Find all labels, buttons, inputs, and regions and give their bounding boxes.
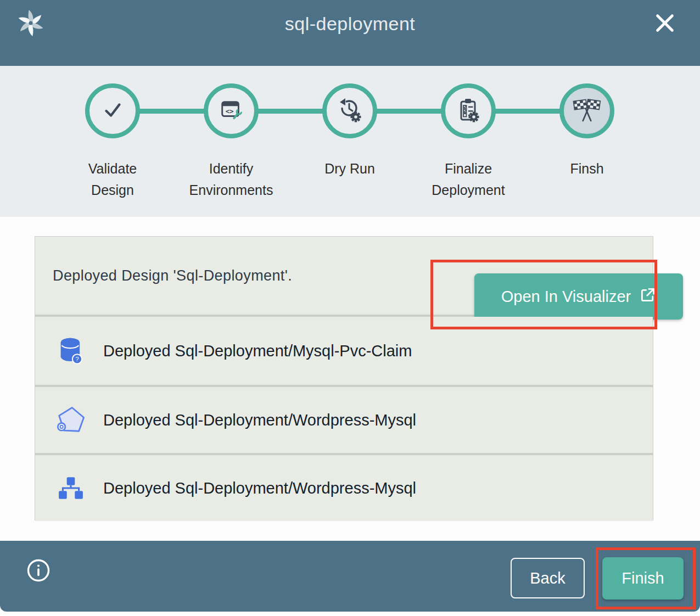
database-icon: ? (55, 335, 87, 367)
info-icon[interactable] (26, 558, 51, 583)
step-identify-environments: <> IdentifyEnvironments (171, 83, 292, 201)
step-label: FinalizeDeployment (408, 158, 529, 201)
step-circle (85, 83, 140, 138)
deployed-item-text: Deployed Sql-Deployment/Wordpress-Mysql (103, 411, 416, 429)
deployed-item-text: Deployed Sql-Deployment/Mysql-Pvc-Claim (103, 342, 412, 360)
deployed-item-row: Deployed Sql-Deployment/Wordpress-Mysql (35, 387, 653, 453)
deployment-results: Deployed Design 'Sql-Deployment'. Open I… (0, 217, 700, 541)
step-circle: <> (204, 83, 259, 138)
open-in-visualizer-button[interactable]: Open In Visualizer (474, 273, 683, 320)
close-icon[interactable] (654, 12, 676, 34)
history-gear-icon (337, 97, 363, 125)
step-circle (441, 83, 496, 138)
step-finalize-deployment: FinalizeDeployment (408, 83, 529, 201)
svg-text:?: ? (75, 356, 79, 362)
deployed-design-row: Deployed Design 'Sql-Deployment'. Open I… (35, 237, 653, 315)
step-label: ValidateDesign (52, 158, 173, 201)
step-circle (322, 83, 377, 138)
clipboard-gear-icon (455, 97, 481, 125)
pentagon-icon (55, 404, 87, 436)
back-button[interactable]: Back (511, 558, 585, 598)
step-label: Dry Run (289, 158, 410, 180)
topology-icon (55, 472, 87, 504)
code-wrench-icon: <> (219, 97, 244, 125)
modal-footer: Back Finish (0, 541, 700, 612)
modal-title: sql-deployment (0, 13, 700, 35)
deployment-stepper: ValidateDesign <> IdentifyEnvironments (0, 66, 700, 217)
step-label: Finsh (527, 158, 647, 180)
modal-header: sql-deployment (0, 0, 700, 66)
step-label: IdentifyEnvironments (171, 158, 292, 201)
deployed-item-text: Deployed Sql-Deployment/Wordpress-Mysql (103, 479, 416, 497)
check-icon (100, 97, 125, 125)
open-in-visualizer-label: Open In Visualizer (501, 288, 631, 306)
deployed-item-row: Deployed Sql-Deployment/Wordpress-Mysql (35, 455, 653, 521)
step-circle-active (559, 83, 614, 138)
deployment-wizard-modal: sql-deployment ValidateDesign (0, 0, 700, 616)
deployed-item-row: ? Deployed Sql-Deployment/Mysql-Pvc-Clai… (35, 317, 653, 385)
external-link-icon (640, 287, 656, 307)
deployed-design-message: Deployed Design 'Sql-Deployment'. (53, 267, 292, 284)
checkered-flags-icon (571, 94, 603, 128)
results-panel: Deployed Design 'Sql-Deployment'. Open I… (35, 236, 653, 520)
step-dry-run: Dry Run (289, 83, 410, 180)
step-validate-design: ValidateDesign (52, 83, 173, 201)
step-finish: Finsh (527, 83, 647, 180)
svg-text:<>: <> (226, 107, 234, 115)
finish-button[interactable]: Finish (602, 557, 684, 600)
